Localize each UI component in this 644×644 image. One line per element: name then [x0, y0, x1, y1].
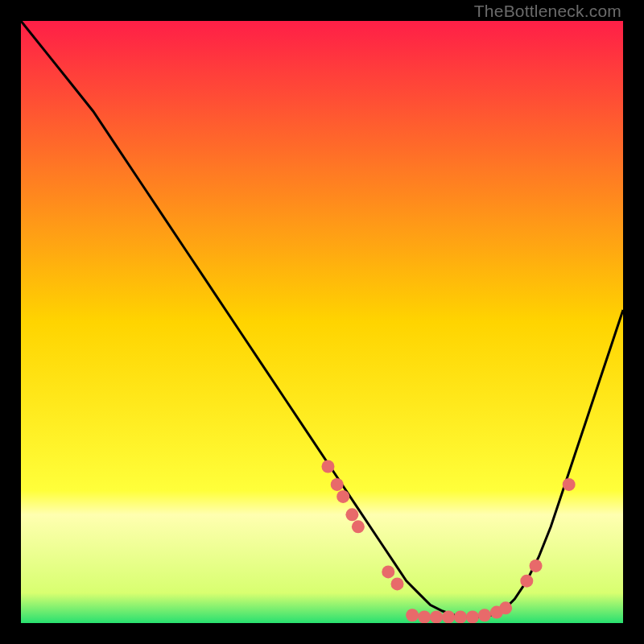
watermark-text: TheBottleneck.com: [474, 2, 621, 21]
marker-dot: [499, 601, 512, 614]
marker-dot: [520, 575, 533, 588]
marker-dot: [418, 611, 431, 623]
marker-dot: [442, 611, 455, 623]
marker-dot: [391, 577, 404, 590]
marker-dot: [466, 611, 479, 623]
marker-dot: [352, 520, 365, 533]
marker-dot: [336, 490, 349, 503]
marker-dot: [430, 611, 443, 623]
gradient-bg: [21, 21, 623, 623]
marker-dot: [563, 478, 576, 491]
marker-dot: [406, 609, 419, 621]
chart-frame: [21, 21, 623, 623]
marker-dot: [382, 565, 394, 578]
marker-dot: [331, 478, 344, 491]
chart-svg: [21, 21, 623, 623]
marker-dot: [321, 460, 334, 473]
marker-dot: [530, 559, 543, 572]
marker-dot: [478, 609, 491, 621]
marker-dot: [345, 508, 358, 521]
marker-dot: [454, 611, 467, 623]
